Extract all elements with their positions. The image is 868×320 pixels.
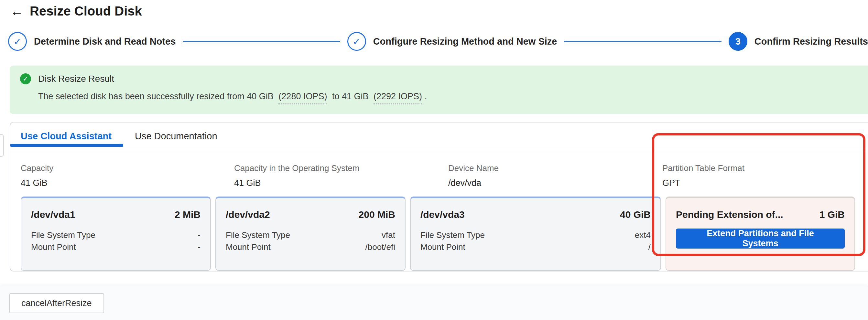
mount-point-label: Mount Point <box>421 241 465 253</box>
success-check-icon: ✓ <box>20 73 31 84</box>
partition-size: 40 GiB <box>620 209 651 220</box>
drawer-handle[interactable] <box>0 134 4 157</box>
file-system-type-row: File System Type - <box>31 229 200 241</box>
field-os-capacity: Capacity in the Operating System 41 GiB <box>234 163 448 188</box>
stepper-connector <box>183 41 340 42</box>
active-tab-underline <box>10 144 123 147</box>
step3-number-badge: 3 <box>728 32 747 51</box>
field-capacity-label: Capacity <box>21 163 234 173</box>
success-alert: ✓ Disk Resize Result The selected disk h… <box>10 66 868 114</box>
step-configure-resizing: ✓ Configure Resizing Method and New Size <box>347 32 557 51</box>
pending-extension-size: 1 GiB <box>819 209 845 220</box>
partition-card-vda2: /dev/vda2 200 MiB File System Type vfat … <box>215 196 406 271</box>
file-system-type-row: File System Type ext4 <box>421 229 651 241</box>
partition-card-vda3: /dev/vda3 40 GiB File System Type ext4 M… <box>410 196 661 271</box>
stepper-connector <box>564 41 721 42</box>
mount-point-label: Mount Point <box>226 241 271 253</box>
step3-label: Confirm Resizing Results <box>754 36 868 47</box>
field-partition-table-format-value: GPT <box>662 178 858 188</box>
extend-partitions-button[interactable]: Extend Partitions and File Systems <box>676 228 845 249</box>
alert-message-prefix: The selected disk has been successfully … <box>38 92 274 101</box>
iops-before-tooltip[interactable]: (2280 IOPS) <box>278 92 327 104</box>
partition-cards: /dev/vda1 2 MiB File System Type - Mount… <box>21 196 858 271</box>
tab-bar: Use Cloud Assistant Use Documentation <box>10 123 868 150</box>
tab-use-cloud-assistant[interactable]: Use Cloud Assistant <box>10 123 123 150</box>
field-os-capacity-label: Capacity in the Operating System <box>234 163 448 173</box>
wizard-stepper: ✓ Determine Disk and Read Notes ✓ Config… <box>0 32 868 51</box>
file-system-type-value: ext4 <box>635 229 651 241</box>
step1-check-icon: ✓ <box>8 32 27 51</box>
step2-check-icon: ✓ <box>347 32 366 51</box>
partition-card-vda1: /dev/vda1 2 MiB File System Type - Mount… <box>21 196 211 271</box>
file-system-type-row: File System Type vfat <box>226 229 395 241</box>
alert-message-middle: to 41 GiB <box>332 92 369 101</box>
mount-point-row: Mount Point /boot/efi <box>226 241 395 253</box>
field-capacity: Capacity 41 GiB <box>21 163 234 188</box>
disk-info-fields: Capacity 41 GiB Capacity in the Operatin… <box>10 163 868 188</box>
pending-extension-title: Pending Extension of... <box>676 209 783 220</box>
iops-after-tooltip[interactable]: (2292 IOPS) <box>374 92 422 104</box>
field-os-capacity-value: 41 GiB <box>234 178 448 188</box>
mount-point-row: Mount Point - <box>31 241 200 253</box>
field-partition-table-format: Partition Table Format GPT <box>662 163 858 188</box>
partition-name: /dev/vda1 <box>31 209 75 220</box>
mount-point-value: - <box>197 241 200 253</box>
field-device-name-value: /dev/vda <box>448 178 662 188</box>
page-header: ← Resize Cloud Disk <box>0 0 868 19</box>
step1-label: Determine Disk and Read Notes <box>34 36 176 47</box>
content-panel: Use Cloud Assistant Use Documentation Ca… <box>10 122 868 271</box>
alert-message-suffix: . <box>425 92 427 101</box>
step2-label: Configure Resizing Method and New Size <box>373 36 557 47</box>
partition-name: /dev/vda2 <box>226 209 270 220</box>
file-system-type-value: - <box>197 229 200 241</box>
step-determine-disk: ✓ Determine Disk and Read Notes <box>8 32 176 51</box>
mount-point-row: Mount Point / <box>421 241 651 253</box>
tab-use-documentation-label: Use Documentation <box>135 131 217 141</box>
resize-cloud-disk-page: ← Resize Cloud Disk ✓ Determine Disk and… <box>0 0 868 320</box>
page-title: Resize Cloud Disk <box>30 4 142 19</box>
file-system-type-label: File System Type <box>421 229 485 241</box>
partition-size: 2 MiB <box>175 209 200 220</box>
field-device-name-label: Device Name <box>448 163 662 173</box>
file-system-type-label: File System Type <box>226 229 290 241</box>
partition-size: 200 MiB <box>359 209 395 220</box>
step-confirm-results: 3 Confirm Resizing Results <box>728 32 868 51</box>
file-system-type-label: File System Type <box>31 229 95 241</box>
file-system-type-value: vfat <box>382 229 395 241</box>
field-capacity-value: 41 GiB <box>21 178 234 188</box>
partition-name: /dev/vda3 <box>421 209 465 220</box>
tab-use-documentation[interactable]: Use Documentation <box>123 123 229 150</box>
back-arrow-icon[interactable]: ← <box>10 5 23 18</box>
mount-point-value: /boot/efi <box>365 241 395 253</box>
alert-title-row: ✓ Disk Resize Result <box>20 73 868 84</box>
pending-extension-card: Pending Extension of... 1 GiB Extend Par… <box>665 196 855 271</box>
footer-bar: cancelAfterResize <box>0 286 868 320</box>
cancel-after-resize-button[interactable]: cancelAfterResize <box>9 293 104 313</box>
field-partition-table-format-label: Partition Table Format <box>662 163 858 173</box>
field-device-name: Device Name /dev/vda <box>448 163 662 188</box>
mount-point-value: / <box>648 241 651 253</box>
mount-point-label: Mount Point <box>31 241 76 253</box>
alert-title: Disk Resize Result <box>38 74 114 84</box>
tab-use-cloud-assistant-label: Use Cloud Assistant <box>21 131 112 141</box>
alert-message: The selected disk has been successfully … <box>38 92 868 104</box>
